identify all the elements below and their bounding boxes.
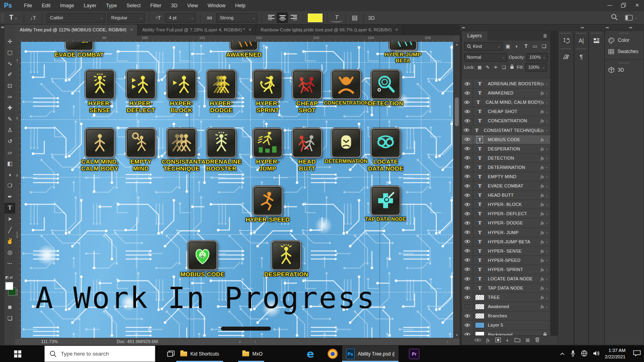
workspace-switcher[interactable]: ⌄ — [625, 15, 638, 21]
layer-visibility-toggle[interactable] — [462, 125, 471, 134]
layer-name[interactable]: Awakened — [486, 304, 509, 309]
layer-visibility-toggle[interactable] — [462, 172, 473, 181]
zoom-tool[interactable]: ◎ — [4, 247, 15, 258]
path-selection-tool[interactable]: ➤ — [4, 214, 15, 225]
layer-fx-badge[interactable]: fx — [541, 128, 544, 133]
current-tool-preset[interactable]: T⌄ — [7, 14, 20, 21]
layer-name[interactable]: CHEAP SHOT — [486, 109, 517, 114]
layer-name[interactable]: AWAKENED — [486, 90, 514, 95]
layer-visibility-toggle[interactable] — [462, 311, 473, 320]
layer-visibility-toggle[interactable] — [462, 284, 473, 292]
filter-shape-layers-icon[interactable]: ▭ — [531, 43, 539, 49]
layer-fx-collapse-chevron[interactable]: ⌄ — [544, 267, 550, 271]
layer-fx-collapse-chevron[interactable]: ⌄ — [544, 91, 550, 95]
horizontal-ruler[interactable]: 99100101102103104105 — [21, 35, 453, 42]
layer-row-evade-combat[interactable]: TEVADE COMBATfx⌄ — [462, 181, 550, 191]
layer-name[interactable]: LOCATE DATA NODE — [486, 276, 533, 281]
layer-row-hyper-speed[interactable]: THYPER-SPEEDfx⌄ — [462, 256, 550, 265]
taskbar-item-premiere[interactable]: Pr — [405, 346, 423, 362]
taskbar-item-browser[interactable] — [324, 346, 342, 362]
dodge-tool[interactable]: ◖ — [4, 169, 15, 180]
layer-visibility-toggle[interactable] — [462, 163, 473, 172]
layer-row-concentration[interactable]: TCONCENTRATIONfx⌄ — [462, 116, 550, 125]
zoom-level[interactable]: 111.73% — [41, 339, 58, 344]
layer-fx-badge[interactable]: fx — [541, 304, 544, 309]
text-color-swatch[interactable] — [307, 13, 323, 23]
menu-3d[interactable]: 3D — [166, 0, 182, 11]
dock-collapse-chevron-3[interactable]: ◂◂ — [629, 25, 632, 29]
minimize-button[interactable]: — — [603, 0, 617, 10]
layer-name[interactable]: Layer 5 — [486, 323, 503, 327]
layer-fx-collapse-chevron[interactable]: ⌄ — [544, 286, 550, 290]
layer-row-detection[interactable]: TDETECTIONfx⌄ — [462, 154, 550, 163]
layer-visibility-toggle[interactable] — [462, 79, 473, 88]
dock-collapse-chevron-1[interactable]: ◂◂ — [580, 25, 583, 29]
menu-edit[interactable]: Edit — [37, 0, 56, 11]
layer-row-adrenaline-booster[interactable]: TADRENALINE BOOSTERfx⌄ — [462, 79, 550, 88]
spot-healing-brush-tool[interactable]: ✚ — [4, 103, 15, 114]
warp-text-button[interactable]: T — [332, 14, 341, 21]
layer-fx-collapse-chevron[interactable]: ⌄ — [544, 277, 550, 281]
link-layers-icon[interactable] — [475, 337, 481, 343]
history-brush-tool[interactable]: ↺ — [4, 136, 15, 147]
layer-fx-badge[interactable]: fx — [541, 295, 544, 300]
font-style-select[interactable]: Regular⌄ — [107, 13, 145, 23]
layer-name[interactable]: Branches — [486, 313, 507, 318]
layer-fx-collapse-chevron[interactable]: ⌄ — [544, 258, 550, 262]
crop-tool[interactable]: ⊡ — [4, 80, 15, 91]
filter-pixel-layers-icon[interactable]: ▣ — [504, 43, 512, 49]
layer-name[interactable]: HYPER-JUMP BETA — [486, 239, 530, 244]
layer-row-awakened[interactable]: TAWAKENEDfx⌄ — [462, 88, 550, 98]
layer-name[interactable]: DETERMINATION — [486, 165, 525, 170]
layer-fx-collapse-chevron[interactable]: ⌄ — [544, 119, 550, 123]
network-globe-icon[interactable] — [581, 350, 588, 358]
layer-row-hyper-deflect[interactable]: THYPER- DEFLECTfx⌄ — [462, 209, 550, 218]
export-panel-icon[interactable] — [558, 50, 574, 62]
layer-fx-collapse-chevron[interactable]: ⌄ — [544, 305, 550, 309]
layer-fx-badge[interactable]: fx — [541, 90, 544, 95]
layer-visibility-toggle[interactable] — [462, 181, 473, 190]
layer-fx-badge[interactable]: fx — [541, 239, 544, 244]
layer-effects-icon[interactable]: fx — [486, 337, 490, 343]
align-right-button[interactable] — [289, 12, 299, 22]
layer-visibility-toggle[interactable] — [462, 265, 473, 274]
layer-fx-collapse-chevron[interactable]: ⌄ — [544, 212, 550, 216]
status-collapse-chevron[interactable]: ‹ — [254, 339, 256, 344]
layer-name[interactable]: CONSISTANT TECHNIQUE — [482, 128, 541, 133]
swap-colors-icon[interactable]: ◩ ⇄ — [5, 276, 13, 280]
layer-row-awakened[interactable]: Awakenedfx⌄ — [462, 302, 550, 311]
scroll-down-arrow[interactable]: ▼ — [454, 333, 460, 337]
layer-fx-badge[interactable]: fx — [541, 286, 544, 290]
layer-fx-badge[interactable]: fx — [541, 174, 544, 179]
layer-visibility-toggle[interactable] — [462, 218, 473, 227]
layer-fx-badge[interactable]: fx — [541, 193, 544, 197]
layer-fx-badge[interactable]: fx — [541, 211, 544, 216]
new-group-icon[interactable] — [514, 337, 520, 343]
menu-help[interactable]: Help — [230, 0, 250, 11]
layer-name[interactable]: HYPER- JUMP — [486, 230, 519, 235]
layer-name[interactable]: HYPER- SPRINT — [486, 267, 523, 272]
hand-tool[interactable]: ✌ — [4, 236, 15, 247]
layer-row-hyper-sense[interactable]: THYPER- SENSEfx⌄ — [462, 247, 550, 256]
history-panel-icon[interactable] — [558, 35, 574, 47]
layer-fx-badge[interactable]: fx — [541, 156, 544, 160]
layer-row-head-butt[interactable]: THEAD BUTTfx⌄ — [462, 191, 550, 200]
layer-fx-collapse-chevron[interactable]: ⌄ — [544, 184, 550, 188]
paragraph-panel-icon[interactable]: ¶ — [574, 50, 588, 62]
layer-visibility-toggle[interactable] — [462, 116, 473, 125]
restore-button[interactable] — [617, 0, 630, 10]
layer-visibility-toggle[interactable] — [462, 256, 473, 265]
start-button[interactable] — [7, 346, 28, 362]
more-tools[interactable]: ••• — [4, 258, 15, 269]
layer-name[interactable]: HYPER-SPEED — [486, 258, 520, 263]
document-tab-3[interactable]: Rainbow Code lgbtq pride love.psd @ 66.7… — [256, 24, 403, 35]
layer-visibility-toggle[interactable] — [462, 154, 473, 162]
document-tab-2[interactable]: Ability Tree Full.psd @ 7.18% (Layer 4, … — [138, 24, 256, 35]
font-size-select[interactable]: 4 pt⌄ — [165, 13, 196, 23]
layer-fx-badge[interactable]: fx — [541, 202, 544, 207]
layer-fx-badge[interactable]: fx — [541, 249, 544, 253]
layer-fx-badge[interactable]: fx — [541, 118, 544, 123]
layer-visibility-toggle[interactable] — [462, 228, 473, 237]
layer-visibility-toggle[interactable] — [462, 237, 473, 246]
layers-panel-menu-icon[interactable]: ≣ — [543, 33, 550, 39]
